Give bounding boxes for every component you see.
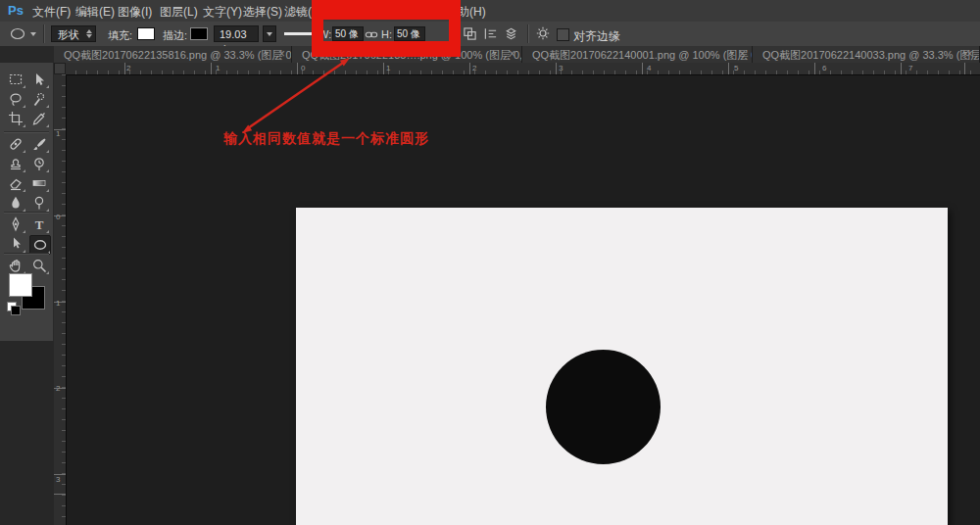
vertical-ruler: 1 0 1 2 3 <box>54 74 67 525</box>
pen-tool[interactable] <box>6 215 25 233</box>
stroke-width-field[interactable]: 19.03 点 <box>214 25 259 42</box>
clone-stamp-tool[interactable] <box>6 155 25 172</box>
stroke-label: 描边: <box>163 28 187 43</box>
stroke-type-preview[interactable] <box>284 32 312 35</box>
blur-tool[interactable] <box>6 194 25 212</box>
move-tool[interactable] <box>29 71 49 88</box>
dropdown-spinner-icon <box>86 29 92 38</box>
shape-height-input[interactable]: 50 像素 <box>394 26 425 41</box>
ruler-number: 1 <box>386 64 390 72</box>
tab-close-icon[interactable]: × <box>509 47 515 62</box>
stroke-width-dropdown[interactable] <box>263 25 276 42</box>
document-tab-4[interactable]: QQ截图20170622140033.png @ 33.3% (图层 0, ..… <box>753 46 980 63</box>
eyedropper-tool[interactable] <box>29 110 49 127</box>
align-edges-checkbox[interactable] <box>557 28 569 41</box>
gear-icon[interactable] <box>535 25 551 41</box>
highlight-rectangle-left <box>312 0 323 57</box>
tab-label: QQ截图20170622140033.png @ 33.3% (图层 0, ..… <box>762 48 980 63</box>
default-colors-icon[interactable] <box>11 306 21 315</box>
align-edges-label: 对齐边缘 <box>573 28 620 45</box>
tab-close-icon[interactable]: × <box>966 47 973 62</box>
foreground-color-swatch[interactable] <box>9 273 32 297</box>
photoshop-logo: Ps <box>8 3 24 18</box>
caret-down-icon <box>267 32 272 36</box>
tab-label: QQ截图20170622140001.png @ 100% (图层 0, R..… <box>532 48 753 63</box>
ellipse-tool-preset-icon[interactable] <box>8 26 27 41</box>
menu-edit[interactable]: 编辑(E) <box>75 4 115 21</box>
eraser-tool[interactable] <box>6 174 25 192</box>
tools-divider <box>4 131 49 133</box>
ruler-number: 2 <box>56 384 60 393</box>
ruler-number: 2 <box>126 64 130 72</box>
zoom-tool[interactable] <box>29 257 49 274</box>
history-brush-tool[interactable] <box>29 155 49 172</box>
path-arrangement-icon[interactable] <box>504 26 518 41</box>
path-alignment-icon[interactable] <box>483 26 498 41</box>
hand-tool[interactable] <box>6 257 25 274</box>
options-separator <box>527 24 529 43</box>
path-selection-tool[interactable] <box>6 235 25 253</box>
menu-layer[interactable]: 图层(L) <box>160 4 198 21</box>
ruler-number: 1 <box>216 64 220 72</box>
menu-type[interactable]: 文字(Y) <box>203 4 242 21</box>
crop-tool[interactable] <box>6 110 25 127</box>
gradient-tool[interactable] <box>29 174 49 192</box>
tool-preset-caret-icon[interactable] <box>30 32 36 36</box>
shape-width-input[interactable]: 50 像素 <box>332 26 364 41</box>
menu-bar: Ps 文件(F) 编辑(E) 图像(I) 图层(L) 文字(Y) 选择(S) 滤… <box>0 0 980 23</box>
document-canvas[interactable] <box>296 208 948 525</box>
highlight-rectangle-bottom <box>312 41 461 57</box>
spot-healing-brush-tool[interactable] <box>6 135 25 153</box>
horizontal-ruler: 2 1 0 1 2 3 4 5 6 7 <box>54 63 980 75</box>
ruler-number: 4 <box>647 64 651 72</box>
ruler-number: 2 <box>472 64 476 72</box>
ruler-number: 1 <box>56 299 60 308</box>
tab-label: QQ截图20170622135816.png @ 33.3% (图层 0, ..… <box>64 48 292 63</box>
ruler-number: 1 <box>56 129 60 138</box>
tool-mode-value: 形状 <box>58 28 79 40</box>
options-separator <box>43 24 45 43</box>
stroke-color-swatch[interactable] <box>190 27 208 40</box>
tool-mode-dropdown[interactable]: 形状 <box>51 25 96 42</box>
path-operations-icon[interactable] <box>463 26 477 41</box>
ruler-number: 3 <box>559 64 563 72</box>
highlight-rectangle-top <box>312 0 461 20</box>
height-label: H: <box>381 28 392 40</box>
fill-color-swatch[interactable] <box>137 27 155 40</box>
tool-options-bar: 形状 填充: 描边: 19.03 点 W: 50 像素 H: 50 像素 对齐边… <box>0 22 980 47</box>
tools-divider <box>4 212 49 214</box>
highlight-rectangle-right <box>449 0 461 57</box>
tab-close-icon[interactable]: × <box>739 47 746 62</box>
ruler-number: 0 <box>301 64 305 72</box>
annotation-note-text: 输入相同数值就是一个标准圆形 <box>223 130 429 148</box>
type-tool[interactable]: T <box>29 215 49 233</box>
ruler-number: 7 <box>908 64 912 72</box>
menu-image[interactable]: 图像(I) <box>118 4 152 21</box>
svg-text:T: T <box>35 217 44 232</box>
ellipse-shape-tool[interactable] <box>29 235 51 255</box>
rectangular-marquee-tool[interactable] <box>6 71 25 88</box>
ruler-number: 0 <box>56 213 60 221</box>
ruler-number: 6 <box>822 64 826 72</box>
photoshop-window: Ps 文件(F) 编辑(E) 图像(I) 图层(L) 文字(Y) 选择(S) 滤… <box>0 0 980 525</box>
black-circle-shape <box>546 350 661 464</box>
fill-label: 填充: <box>108 28 132 43</box>
link-dimensions-icon[interactable] <box>365 29 378 40</box>
document-tab-3[interactable]: QQ截图20170622140001.png @ 100% (图层 0, R..… <box>522 46 753 63</box>
dodge-tool[interactable] <box>29 194 49 212</box>
document-tab-1[interactable]: QQ截图20170622135816.png @ 33.3% (图层 0, ..… <box>54 46 292 63</box>
lasso-tool[interactable] <box>6 90 25 108</box>
tab-close-icon[interactable]: × <box>278 47 285 62</box>
tools-divider <box>4 253 49 255</box>
ruler-number: 5 <box>734 64 738 72</box>
menu-file[interactable]: 文件(F) <box>32 4 71 21</box>
ruler-corner <box>54 63 66 74</box>
quick-selection-tool[interactable] <box>29 90 49 108</box>
brush-tool[interactable] <box>29 135 49 153</box>
left-panel-background <box>0 341 54 525</box>
ruler-number: 3 <box>56 475 60 484</box>
menu-select[interactable]: 选择(S) <box>243 4 282 21</box>
document-tab-bar: QQ截图20170622135816.png @ 33.3% (图层 0, ..… <box>0 46 980 64</box>
